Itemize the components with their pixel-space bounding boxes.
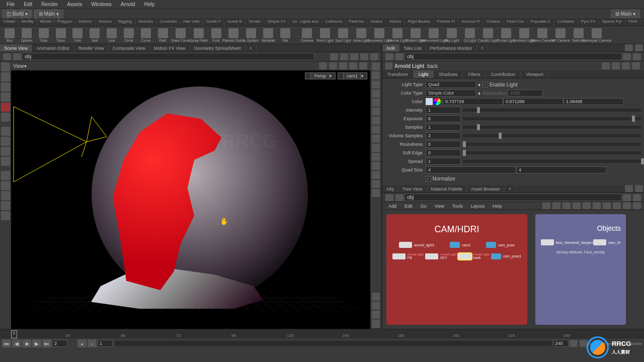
n-back-icon[interactable] <box>385 194 393 201</box>
r17-icon[interactable] <box>372 302 380 310</box>
shelf-tabs-right[interactable]: Lights andCollisionsParticlesGrainsVellu… <box>297 19 644 26</box>
timeline-ruler[interactable]: 2 24487296120144168192216240 <box>0 329 644 338</box>
paint-icon[interactable] <box>1 191 10 200</box>
r12-icon[interactable] <box>372 162 380 170</box>
pin-icon[interactable] <box>330 53 338 60</box>
r18-icon[interactable] <box>372 311 380 319</box>
node-name[interactable]: back <box>427 63 438 69</box>
menu-render[interactable]: Render <box>37 2 62 7</box>
shelf-path[interactable]: Path <box>155 28 171 42</box>
p-pin-icon[interactable] <box>623 53 631 60</box>
node-KEY[interactable]: Arnold LightKEY <box>425 253 456 259</box>
color-b[interactable] <box>564 98 624 105</box>
roundness-field[interactable] <box>426 141 461 148</box>
node-cam1[interactable]: cam1 <box>450 242 470 248</box>
r13-icon[interactable] <box>372 171 380 179</box>
shelf-environment light[interactable]: Environment Light <box>426 28 442 42</box>
param-tabs[interactable]: TransformLightShadowsFiltersContribution… <box>382 70 644 78</box>
exposure-slider[interactable] <box>463 117 641 120</box>
shelf-icon[interactable] <box>1 211 10 220</box>
p-home-icon[interactable] <box>395 53 404 60</box>
shelf-circle[interactable]: Circle <box>121 28 136 42</box>
vp-e-icon[interactable] <box>359 62 367 69</box>
mod-d-icon[interactable] <box>1 157 10 166</box>
color-r[interactable] <box>443 98 503 105</box>
view-dropdown[interactable]: View <box>13 63 24 69</box>
shelf-line[interactable]: Line <box>104 28 119 42</box>
r11-icon[interactable] <box>372 153 380 161</box>
samples-slider[interactable] <box>463 126 641 129</box>
quad-x[interactable] <box>426 166 516 173</box>
color-swatch[interactable] <box>426 98 433 105</box>
gear-icon[interactable] <box>602 62 610 69</box>
key-a-button[interactable]: ⬥ <box>77 339 87 347</box>
vp-b-icon[interactable] <box>329 62 337 69</box>
end-frame-field[interactable] <box>553 340 569 347</box>
softedge-slider[interactable] <box>463 151 641 154</box>
scene-pane-tabs[interactable]: Scene ViewAnimation EditorRender ViewCom… <box>0 44 381 52</box>
vp-c-icon[interactable] <box>339 62 347 69</box>
attach-icon[interactable] <box>1 181 10 190</box>
prev-frame-button[interactable]: ◀ <box>12 339 21 347</box>
n-home-icon[interactable] <box>395 194 404 201</box>
node-Fill[interactable]: Arnold LightFill <box>392 253 424 259</box>
shelf-camera[interactable]: Camera <box>299 28 315 42</box>
stop-button[interactable]: ■ <box>22 339 31 347</box>
shelf-gamepad camera[interactable]: Gamepad Camera <box>589 28 605 42</box>
playhead[interactable]: 2 <box>11 330 17 338</box>
lock-tool-icon[interactable] <box>1 103 10 112</box>
menu-windows[interactable]: Windows <box>87 2 116 7</box>
snap-tool-icon[interactable] <box>1 113 10 122</box>
shelf-portal light[interactable]: Portal Light <box>498 28 514 42</box>
shelf-spray paint[interactable]: Spray Paint <box>191 28 207 42</box>
scale-tool-icon[interactable] <box>1 93 10 102</box>
current-frame-field[interactable] <box>52 340 67 347</box>
p-max-icon[interactable] <box>633 53 641 60</box>
range-slider[interactable] <box>115 341 551 346</box>
viewport[interactable]: View ▾ Persp▾ cam1▾ <box>11 61 370 329</box>
shelf-sphere[interactable]: Sphere <box>19 28 34 42</box>
shelf-gi light[interactable]: GI Light <box>462 28 478 42</box>
shelf-caustic light[interactable]: Caustic Light <box>480 28 496 42</box>
menu-edit[interactable]: Edit <box>19 2 37 7</box>
shelf-font[interactable]: Font <box>209 28 224 42</box>
desktop-build[interactable]: ◫ Build ▾ <box>2 10 32 18</box>
color-g[interactable] <box>503 98 564 105</box>
node-face_Werewolf_hairgen[interactable]: face_Werewolf_hairgen <box>541 239 593 245</box>
volsamples-slider[interactable] <box>463 134 641 137</box>
softedge-field[interactable] <box>426 149 461 156</box>
select-tool-icon[interactable] <box>1 62 10 71</box>
p-back-icon[interactable] <box>385 53 393 60</box>
link-icon[interactable] <box>340 53 348 60</box>
color-type-select[interactable]: Simple Color <box>426 89 476 97</box>
misc-icon[interactable] <box>1 201 10 210</box>
r8-icon[interactable] <box>372 126 380 134</box>
back-icon[interactable] <box>3 53 11 60</box>
light-type-select[interactable]: Quad <box>426 81 476 88</box>
mod-b-icon[interactable] <box>1 137 10 146</box>
r3-icon[interactable] <box>372 80 380 88</box>
r4-icon[interactable] <box>372 89 380 98</box>
param-path[interactable] <box>405 53 622 60</box>
r10-icon[interactable] <box>372 144 380 152</box>
menu-arnold[interactable]: Arnold <box>116 2 140 7</box>
shelf-sky light[interactable]: Sky Light <box>444 28 460 42</box>
node-arnold_light1[interactable]: arnold_light1 <box>399 242 434 248</box>
menu-help[interactable]: Help <box>140 2 159 7</box>
shelf-platonic solids[interactable]: Platonic Solids <box>225 28 242 42</box>
spread-field[interactable] <box>426 158 461 165</box>
normalize-checkbox[interactable]: ✓ <box>426 176 431 182</box>
r5-icon[interactable] <box>372 99 380 107</box>
gear-icon[interactable] <box>350 53 358 60</box>
help-icon[interactable] <box>622 62 630 69</box>
scene-path[interactable] <box>22 53 314 60</box>
shelf-draw curve[interactable]: Draw Curve <box>173 28 189 42</box>
network-box-cam[interactable]: CAM/HDRI arnold_light1cam1cam_pose Arnol… <box>386 214 527 325</box>
node-cam_pose1[interactable]: cam_pose1 <box>491 253 521 259</box>
vp-d-icon[interactable] <box>349 62 357 69</box>
node-ears_W[interactable]: ears_W <box>593 239 620 245</box>
shelf-null[interactable]: Null <box>87 28 102 42</box>
shelf-curve[interactable]: Curve <box>138 28 153 42</box>
persp-dropdown[interactable]: Persp▾ <box>305 72 336 79</box>
tl-a-icon[interactable] <box>570 340 578 347</box>
